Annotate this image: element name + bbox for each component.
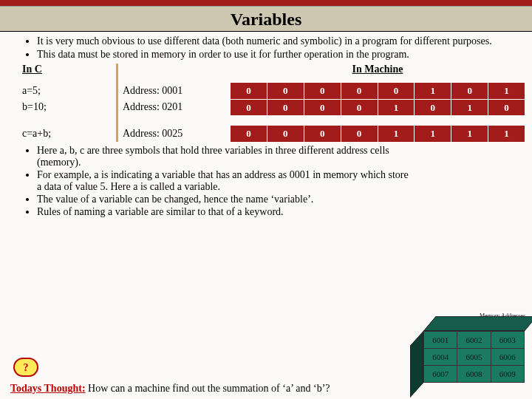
bit-cell: 0: [341, 83, 378, 99]
bits-block-ab: 00000101 00001010: [231, 83, 525, 115]
bits-row: 00001111: [231, 126, 525, 142]
bit-cell: 0: [341, 99, 378, 115]
address-text: Address: 0025: [123, 126, 226, 142]
bit-cell: 0: [231, 99, 267, 115]
bit-cell: 1: [488, 83, 525, 99]
memory-cube: Memory Addresses 600160026003 6004600560…: [410, 316, 525, 383]
thought-label: Todays Thought:: [10, 383, 86, 394]
bit-cell: 1: [415, 126, 451, 142]
bit-cell: 0: [267, 83, 304, 99]
bit-cell: 1: [415, 83, 451, 99]
slide-title: Variables: [231, 10, 301, 29]
heading-in-machine: In Machine: [231, 64, 525, 75]
address-text: Address: 0201: [123, 99, 226, 115]
bit-cell: 0: [451, 83, 488, 99]
bit-cell: 0: [488, 99, 525, 115]
bit-cell: 1: [451, 126, 488, 142]
col-in-c: In C a=5; b=10; c=a+b;: [22, 64, 118, 142]
bit-cell: 1: [451, 99, 488, 115]
intro-bullet: This data must be stored in memory in or…: [37, 49, 519, 61]
intro-bullet: It is very much obvious to use different…: [37, 35, 519, 47]
bit-cell: 0: [304, 83, 341, 99]
address-text: Address: 0001: [123, 83, 226, 99]
bit-cell: 0: [231, 126, 267, 142]
thought-text: How can a machine find out the summation…: [86, 383, 330, 394]
slide-title-band: Variables: [0, 6, 532, 31]
note-bullet: The value of a variable can be changed, …: [37, 194, 414, 205]
bit-cell: 0: [267, 99, 304, 115]
code-vs-machine: In C a=5; b=10; c=a+b; . Address: 0001 A…: [22, 64, 525, 142]
slide-top-accent: [0, 0, 532, 6]
bit-cell: 0: [304, 99, 341, 115]
todays-thought: Todays Thought: How can a machine find o…: [10, 383, 330, 395]
notes-bullets: Here a, b, c are three symbols that hold…: [7, 145, 414, 218]
intro-bullets: It is very much obvious to use different…: [7, 35, 519, 61]
bit-cell: 0: [304, 126, 341, 142]
heading-in-c: In C: [22, 64, 110, 75]
note-bullet: Here a, b, c are three symbols that hold…: [37, 145, 414, 168]
bit-cell: 0: [231, 83, 267, 99]
note-bullet: For example, a is indicating a variable …: [37, 169, 414, 193]
bit-cell: 1: [378, 126, 415, 142]
bit-cell: 0: [415, 99, 451, 115]
bit-cell: 0: [341, 126, 378, 142]
bits-row: 00001010: [231, 99, 525, 115]
bit-cell: 1: [378, 99, 415, 115]
bit-cell: 1: [488, 126, 525, 142]
bit-cell: 0: [267, 126, 304, 142]
question-bubble-icon: ?: [13, 358, 38, 377]
bit-cell: 0: [378, 83, 415, 99]
bits-row: 00000101: [231, 83, 525, 99]
memory-grid: 600160026003 600460056006 600760086009: [423, 331, 525, 383]
col-addresses: . Address: 0001 Address: 0201 Address: 0…: [123, 64, 226, 142]
note-bullet: Rules of naming a variable are similar t…: [37, 206, 414, 218]
col-in-machine: In Machine 00000101 00001010 00001111: [231, 64, 525, 142]
